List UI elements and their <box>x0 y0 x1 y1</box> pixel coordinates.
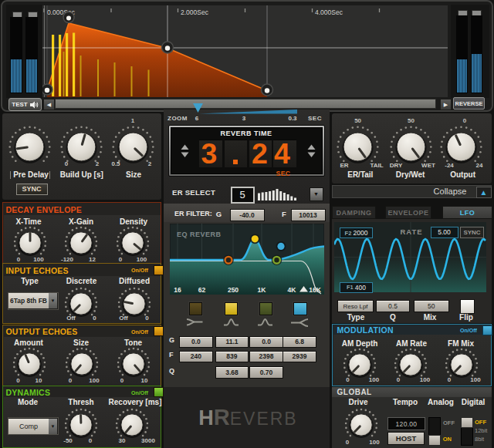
svg-text:2.000Sec: 2.000Sec <box>181 8 209 16</box>
svg-text:4K: 4K <box>288 286 297 294</box>
svg-text:62: 62 <box>198 286 206 294</box>
svg-text:1K: 1K <box>258 286 267 294</box>
svg-text:16: 16 <box>174 286 181 294</box>
svg-text:250: 250 <box>228 286 239 294</box>
svg-text:16K: 16K <box>309 286 321 294</box>
svg-text:EQ REVERB: EQ REVERB <box>177 231 222 238</box>
svg-text:4.000Sec: 4.000Sec <box>315 8 343 16</box>
